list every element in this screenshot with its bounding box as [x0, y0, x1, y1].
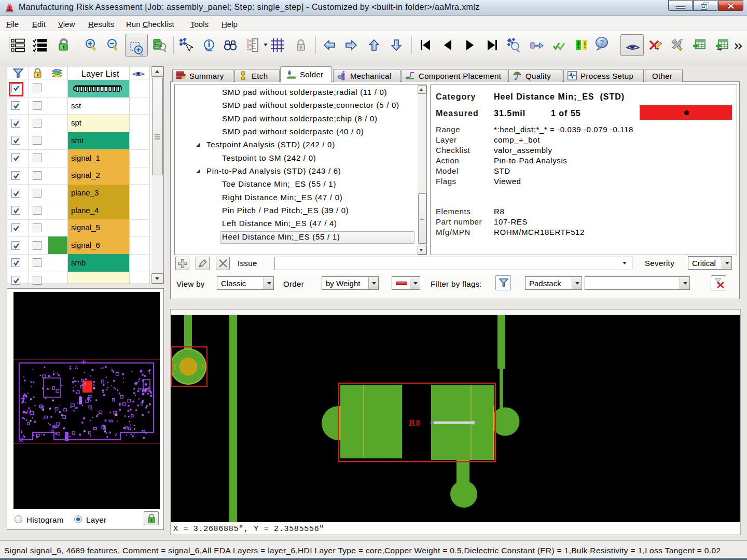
svg-text:T: T: [172, 363, 177, 371]
svg-text:R8: R8: [409, 418, 421, 428]
svg-text:3: 3: [200, 362, 204, 371]
svg-text:?: ?: [599, 38, 604, 47]
